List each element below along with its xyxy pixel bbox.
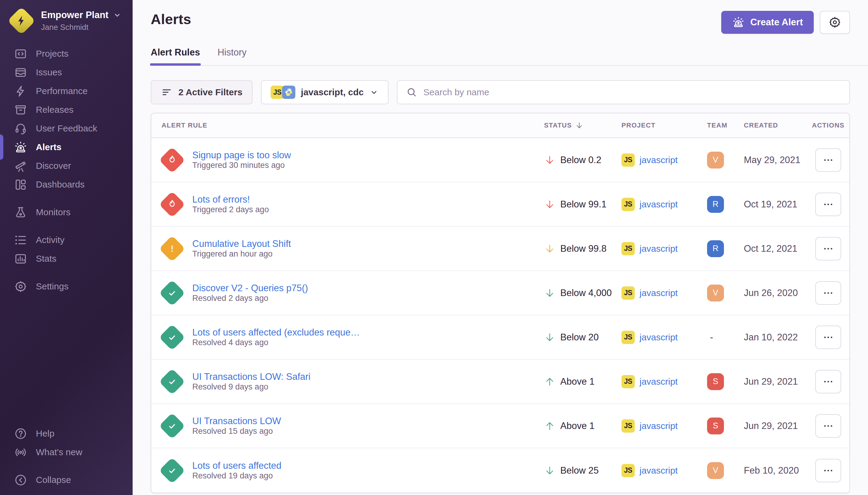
sidebar-item-collapse[interactable]: Collapse (0, 472, 133, 488)
sidebar-item-monitors[interactable]: Monitors (0, 204, 133, 221)
alert-rule-link[interactable]: UI Transactions LOW (192, 416, 281, 427)
filter-lines-icon (161, 86, 172, 98)
project-selector[interactable]: JS javascript, cdc (261, 80, 388, 104)
sidebar-item-icon (14, 84, 28, 98)
alert-rule-link[interactable]: Lots of users affected (192, 460, 281, 471)
table-row: UI Transactions LOW: Safari Resolved 9 d… (151, 360, 849, 404)
sidebar-item-icon (14, 47, 28, 61)
ellipsis-icon (822, 464, 834, 477)
status-arrow-icon (544, 465, 555, 476)
row-actions-button[interactable] (815, 148, 841, 172)
sidebar-item-label: Help (36, 428, 55, 439)
status-arrow-icon (544, 199, 555, 210)
row-actions-button[interactable] (815, 370, 841, 393)
check-icon (166, 464, 178, 477)
alert-rule-link[interactable]: Lots of users affected (excludes reque… (192, 327, 360, 338)
team-avatar: R (707, 196, 724, 213)
project-link[interactable]: javascript (640, 243, 678, 254)
sidebar-item-icon (14, 280, 28, 293)
sidebar-item-user-feedback[interactable]: User Feedback (0, 120, 133, 137)
sidebar-item-discover[interactable]: Discover (0, 157, 133, 174)
alerts-settings-button[interactable] (820, 11, 850, 34)
sidebar-item-label: Performance (36, 86, 88, 96)
gear-icon (828, 16, 841, 29)
column-header-actions: Actions (807, 121, 849, 129)
sidebar-item-icon (14, 473, 28, 487)
active-filters-label: 2 Active Filters (178, 87, 242, 97)
sidebar-item-icon (14, 446, 28, 459)
status-arrow-icon (544, 331, 555, 343)
main-content: Alerts Create Alert Alert Rules History … (133, 0, 868, 495)
tab-label: Alert Rules (151, 47, 200, 57)
search-input[interactable] (423, 87, 841, 97)
project-link[interactable]: javascript (640, 332, 678, 342)
sidebar-item-icon (14, 178, 28, 191)
sidebar-item-icon (14, 159, 28, 173)
sidebar-item-label: Alerts (36, 142, 62, 152)
alert-rule-link[interactable]: Signup page is too slow (192, 150, 291, 161)
project-link[interactable]: javascript (640, 421, 678, 431)
sidebar-item-alerts[interactable]: Alerts (0, 139, 133, 156)
alert-rule-link[interactable]: Cumulative Layout Shift (192, 238, 291, 249)
create-alert-button[interactable]: Create Alert (721, 11, 814, 34)
sidebar-item-projects[interactable]: Projects (0, 45, 133, 62)
alert-rule-link[interactable]: Discover V2 - Queries p75() (192, 283, 308, 294)
create-alert-label: Create Alert (750, 17, 803, 28)
alert-rule-subtext: Resolved 2 days ago (192, 294, 268, 303)
org-name: Empower Plant (41, 10, 108, 20)
table-row: Discover V2 - Queries p75() Resolved 2 d… (151, 271, 849, 315)
project-link[interactable]: javascript (640, 155, 678, 165)
sidebar-item-icon (14, 140, 28, 154)
active-filters-button[interactable]: 2 Active Filters (151, 80, 253, 104)
row-actions-button[interactable] (815, 414, 841, 438)
column-header-status[interactable]: Status (544, 121, 622, 130)
created-date: Jun 29, 2021 (744, 421, 807, 431)
sidebar-item-dashboards[interactable]: Dashboards (0, 176, 133, 193)
ellipsis-icon (822, 376, 834, 388)
sidebar-item-icon (14, 122, 28, 135)
created-date: May 29, 2021 (744, 155, 807, 166)
row-actions-button[interactable] (815, 326, 841, 349)
sidebar-item-activity[interactable]: Activity (0, 232, 133, 249)
sidebar-item-help[interactable]: Help (0, 425, 133, 442)
org-switcher[interactable]: Empower Plant Jane Schmidt (0, 0, 133, 41)
column-header-alert-rule: Alert Rule (151, 121, 544, 129)
alert-rule-subtext: Resolved 19 days ago (192, 471, 273, 480)
row-actions-button[interactable] (815, 459, 841, 482)
javascript-icon: JS (622, 419, 635, 432)
severity-icon (159, 413, 185, 439)
project-link[interactable]: javascript (640, 288, 678, 298)
row-actions-button[interactable] (815, 193, 841, 216)
sidebar-item-what-s-new[interactable]: What's new (0, 444, 133, 461)
alert-rule-subtext: Resolved 4 days ago (192, 338, 268, 347)
sidebar-item-label: Projects (36, 49, 68, 59)
sidebar-item-icon (14, 66, 28, 79)
sidebar-footer-nav: Help What's new Collapse (0, 422, 133, 495)
severity-icon (159, 147, 185, 173)
ellipsis-icon (822, 331, 834, 343)
column-header-team: Team (707, 121, 744, 129)
status-arrow-icon (544, 243, 555, 254)
sidebar-item-label: Settings (36, 281, 68, 291)
tab-history[interactable]: History (218, 47, 246, 65)
row-actions-button[interactable] (815, 237, 841, 260)
alert-rule-link[interactable]: UI Transactions LOW: Safari (192, 371, 310, 382)
row-actions-button[interactable] (815, 281, 841, 305)
javascript-icon: JS (622, 286, 635, 300)
project-badges: JS (271, 86, 295, 99)
project-link[interactable]: javascript (640, 465, 678, 476)
project-link[interactable]: javascript (640, 199, 678, 209)
project-link[interactable]: javascript (640, 377, 678, 387)
sidebar-item-issues[interactable]: Issues (0, 64, 133, 81)
ellipsis-icon (822, 198, 834, 210)
sidebar-item-performance[interactable]: Performance (0, 83, 133, 100)
sidebar-item-releases[interactable]: Releases (0, 101, 133, 118)
created-date: Feb 10, 2020 (744, 465, 807, 476)
sidebar-item-label: Activity (36, 235, 65, 245)
sidebar-item-stats[interactable]: Stats (0, 250, 133, 267)
sidebar-item-settings[interactable]: Settings (0, 278, 133, 295)
status-value: Below 0.2 (560, 155, 601, 166)
team-avatar: S (707, 373, 724, 390)
alert-rule-link[interactable]: Lots of errors! (192, 194, 269, 205)
tab-alert-rules[interactable]: Alert Rules (151, 47, 200, 65)
